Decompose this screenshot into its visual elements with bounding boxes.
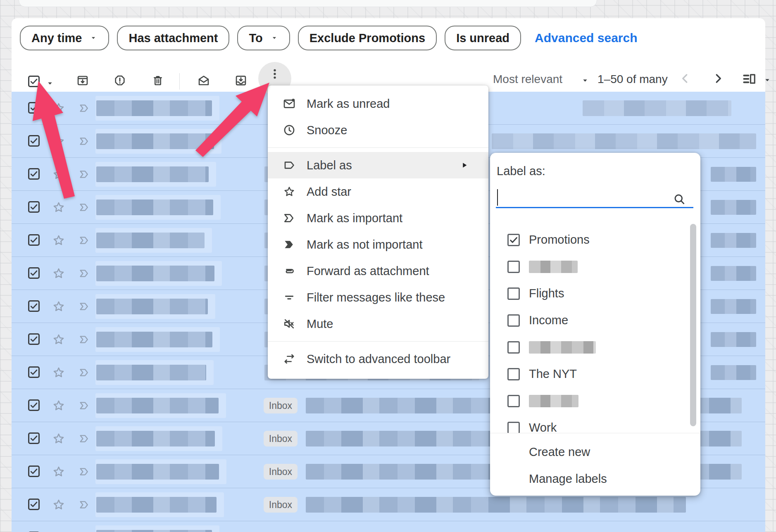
filter-chip-is-unread[interactable]: Is unread — [445, 26, 521, 50]
label-checkbox[interactable] — [507, 261, 520, 273]
label-option-flights[interactable]: Flights — [490, 280, 688, 307]
label-option-redacted[interactable] — [490, 253, 688, 280]
menu-item-snooze[interactable]: Snooze — [268, 117, 488, 143]
label-checkbox[interactable] — [507, 422, 520, 433]
menu-item-label: Add star — [307, 185, 351, 199]
report-spam-button[interactable] — [113, 74, 126, 87]
menu-item-mute[interactable]: Mute — [268, 311, 488, 337]
split-view-toggle-button[interactable] — [741, 71, 757, 87]
label-checkbox[interactable] — [507, 341, 520, 354]
star-icon[interactable] — [52, 134, 66, 148]
star-icon[interactable] — [52, 299, 66, 314]
caret-down-icon[interactable] — [581, 77, 590, 84]
mark-unread-icon — [283, 97, 296, 110]
row-checkbox[interactable] — [28, 333, 40, 345]
label-name: Promotions — [529, 233, 590, 247]
menu-item-filter-messages-like-these[interactable]: Filter messages like these — [268, 284, 488, 311]
caret-down-icon[interactable] — [763, 77, 772, 83]
importance-marker-icon[interactable] — [77, 433, 92, 444]
redacted-sender — [96, 431, 215, 446]
row-checkbox[interactable] — [28, 102, 40, 114]
star-icon[interactable] — [52, 465, 66, 479]
newer-page-button[interactable] — [678, 71, 693, 86]
importance-marker-icon[interactable] — [77, 499, 92, 511]
importance-marker-icon[interactable] — [77, 102, 92, 114]
label-option-redacted[interactable] — [490, 387, 688, 414]
more-vert-button[interactable] — [268, 67, 281, 81]
menu-item-add-star[interactable]: Add star — [268, 178, 488, 205]
importance-marker-icon[interactable] — [77, 135, 92, 147]
star-icon[interactable] — [52, 498, 66, 512]
label-search-input[interactable] — [496, 186, 693, 208]
importance-marker-icon[interactable] — [77, 268, 92, 279]
importance-marker-icon[interactable] — [77, 235, 92, 246]
importance-marker-icon[interactable] — [77, 301, 92, 312]
importance-marker-icon[interactable] — [77, 334, 92, 345]
star-icon[interactable] — [52, 332, 66, 347]
label-checkbox[interactable] — [507, 287, 520, 300]
row-checkbox[interactable] — [28, 399, 40, 411]
row-checkbox[interactable] — [28, 201, 40, 213]
snooze-icon — [283, 124, 296, 137]
label-checkbox[interactable] — [507, 395, 520, 407]
importance-marker-icon[interactable] — [77, 202, 92, 213]
label-option-work[interactable]: Work — [490, 414, 688, 433]
star-icon[interactable] — [52, 233, 66, 247]
delete-button[interactable] — [151, 74, 164, 87]
email-row[interactable] — [12, 521, 765, 532]
filter-chip-to[interactable]: To — [237, 26, 290, 50]
mark-as-read-button[interactable] — [197, 74, 210, 87]
importance-marker-icon[interactable] — [77, 169, 92, 180]
forward-attachment-icon — [283, 264, 296, 278]
search-icon — [673, 192, 686, 206]
label-option-income[interactable]: Income — [490, 307, 688, 334]
chip-label: Any time — [31, 31, 82, 45]
select-caret-icon[interactable] — [45, 80, 55, 87]
row-checkbox[interactable] — [28, 466, 40, 477]
menu-item-mark-as-not-important[interactable]: Mark as not important — [268, 231, 488, 258]
star-icon[interactable] — [52, 167, 66, 181]
menu-item-mark-as-unread[interactable]: Mark as unread — [268, 90, 488, 117]
menu-item-forward-as-attachment[interactable]: Forward as attachment — [268, 258, 488, 284]
filter-chip-exclude-promotions[interactable]: Exclude Promotions — [298, 26, 437, 50]
importance-marker-icon[interactable] — [77, 367, 92, 378]
label-option-the-nyt[interactable]: The NYT — [490, 361, 688, 387]
scrollbar-thumb[interactable] — [690, 224, 696, 426]
archive-button[interactable] — [76, 74, 89, 87]
label-option-redacted[interactable] — [490, 334, 688, 361]
redacted-sender — [96, 497, 217, 513]
star-icon[interactable] — [52, 266, 66, 280]
advanced-search-link[interactable]: Advanced search — [535, 31, 637, 45]
redacted-date — [711, 233, 756, 248]
label-checkbox[interactable] — [507, 368, 520, 380]
move-to-inbox-button[interactable] — [234, 74, 248, 87]
row-checkbox[interactable] — [28, 168, 40, 180]
filter-chip-has-attachment[interactable]: Has attachment — [117, 26, 229, 50]
row-checkbox[interactable] — [28, 234, 40, 246]
older-page-button[interactable] — [711, 71, 726, 86]
star-icon[interactable] — [52, 366, 66, 380]
star-icon[interactable] — [52, 200, 66, 214]
label-option-promotions[interactable]: Promotions — [490, 226, 688, 253]
importance-marker-icon[interactable] — [77, 466, 92, 477]
star-icon[interactable] — [52, 101, 66, 115]
row-checkbox[interactable] — [28, 366, 40, 378]
filter-chip-any-time[interactable]: Any time — [20, 26, 109, 50]
row-checkbox[interactable] — [28, 135, 40, 147]
menu-item-switch-to-advanced-toolbar[interactable]: Switch to advanced toolbar — [268, 346, 488, 372]
menu-item-mark-as-important[interactable]: Mark as important — [268, 205, 488, 231]
row-checkbox[interactable] — [28, 432, 40, 444]
sort-dropdown[interactable]: Most relevant — [493, 73, 562, 86]
row-checkbox[interactable] — [28, 267, 40, 279]
star-icon[interactable] — [52, 432, 66, 446]
star-icon[interactable] — [52, 399, 66, 413]
label-action-create-new[interactable]: Create new — [490, 439, 700, 466]
label-checkbox[interactable] — [507, 314, 520, 327]
label-action-manage-labels[interactable]: Manage labels — [490, 466, 700, 492]
row-checkbox[interactable] — [28, 499, 40, 510]
importance-marker-icon[interactable] — [77, 400, 92, 411]
select-all-checkbox[interactable] — [28, 76, 40, 87]
label-checkbox[interactable] — [507, 234, 520, 246]
row-checkbox[interactable] — [28, 300, 40, 312]
menu-item-label-as[interactable]: Label as — [268, 152, 488, 178]
